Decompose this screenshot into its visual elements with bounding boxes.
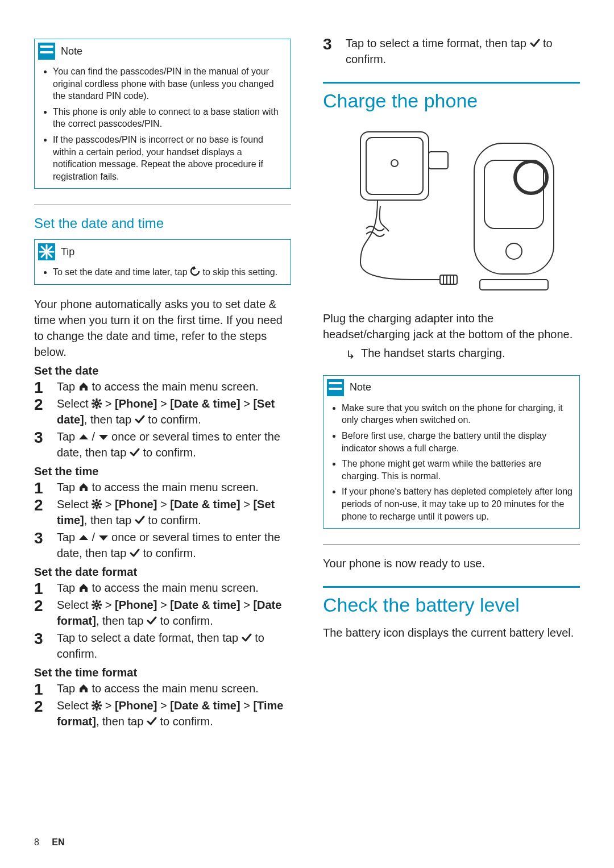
steps-date-format: Tap to access the main menu screen. Sele… [34, 580, 291, 662]
tip-box: Tip To set the date and time later, tap … [34, 239, 291, 285]
check-icon [242, 633, 252, 643]
page-footer: 8 EN [34, 837, 65, 848]
note-item: Before first use, charge the battery unt… [342, 430, 572, 454]
heading-check-battery: Check the battery level [323, 586, 580, 617]
page-number: 8 [34, 837, 39, 847]
intro-paragraph: Your phone automatically asks you to set… [34, 296, 291, 360]
check-icon [147, 616, 157, 626]
check-icon [147, 716, 157, 726]
gear-icon [92, 398, 102, 409]
step: Tap to access the main menu screen. [34, 379, 291, 394]
note-item: You can find the passcodes/PIN in the ma… [53, 65, 284, 102]
step: Tap to access the main menu screen. [34, 580, 291, 596]
result-arrow-icon: ↳ [346, 347, 355, 363]
steps-time-format-cont: Tap to select a time format, then tap to… [323, 35, 580, 67]
note-list: You can find the passcodes/PIN in the ma… [43, 65, 284, 182]
tip-item: To set the date and time later, tap to s… [53, 266, 284, 279]
step: Tap to select a time format, then tap to… [323, 35, 580, 67]
svg-point-21 [515, 161, 547, 193]
group-title: Set the time [34, 465, 291, 478]
note-list: Make sure that you switch on the phone f… [331, 402, 572, 522]
charging-illustration [323, 121, 580, 302]
step: Tap to access the main menu screen. [34, 680, 291, 696]
step: Tap / once or several times to enter the… [34, 529, 291, 561]
gear-icon [92, 600, 102, 610]
note-item: Make sure that you switch on the phone f… [342, 402, 572, 426]
note-item: This phone is only able to connect to a … [53, 106, 284, 130]
home-icon [78, 482, 89, 492]
charge-body: Plug the charging adapter into the heads… [323, 310, 580, 342]
svg-rect-18 [429, 152, 448, 169]
tip-title: Tip [61, 246, 74, 258]
svg-rect-23 [480, 280, 548, 290]
check-icon [530, 38, 540, 48]
note-item: If your phone's battery has depleted com… [342, 485, 572, 522]
check-icon [135, 515, 145, 525]
note-title: Note [61, 45, 82, 57]
note-icon [38, 43, 55, 60]
steps-time-format: Tap to access the main menu screen. Sele… [34, 680, 291, 729]
check-icon [135, 414, 145, 425]
note-box: Note Make sure that you switch on the ph… [323, 375, 580, 529]
gear-icon [92, 700, 102, 711]
back-icon [190, 266, 200, 276]
down-icon [98, 533, 109, 542]
steps-set-date: Tap to access the main menu screen. Sele… [34, 379, 291, 460]
gear-icon [92, 499, 102, 509]
up-icon [78, 533, 89, 542]
note-item: The phone might get warm while the batte… [342, 458, 572, 482]
left-column: Note You can find the passcodes/PIN in t… [34, 34, 291, 734]
page-language: EN [52, 837, 64, 847]
check-icon [130, 447, 140, 458]
divider [323, 545, 580, 545]
heading-charge-the-phone: Charge the phone [323, 82, 580, 113]
tip-icon [38, 243, 55, 260]
group-title: Set the time format [34, 666, 291, 679]
battery-body: The battery icon displays the current ba… [323, 625, 580, 641]
step: Tap to select a date format, then tap to… [34, 630, 291, 662]
step: Select > [Phone] > [Date & time] > [Set … [34, 396, 291, 427]
divider [34, 205, 291, 205]
note-icon [327, 379, 344, 396]
group-title: Set the date format [34, 566, 291, 579]
svg-point-22 [506, 243, 522, 259]
steps-set-time: Tap to access the main menu screen. Sele… [34, 479, 291, 561]
down-icon [98, 433, 109, 442]
home-icon [78, 381, 89, 392]
group-title: Set the date [34, 364, 291, 377]
result-line: ↳ The handset starts charging. [346, 347, 580, 363]
note-item: If the passcodes/PIN is incorrect or no … [53, 134, 284, 182]
step: Select > [Phone] > [Date & time] > [Date… [34, 597, 291, 629]
ready-text: Your phone is now ready to use. [323, 555, 580, 571]
svg-rect-19 [474, 143, 554, 274]
step: Tap to access the main menu screen. [34, 479, 291, 495]
tip-list: To set the date and time later, tap to s… [43, 266, 284, 279]
right-column: Tap to select a time format, then tap to… [323, 34, 580, 734]
check-icon [130, 548, 140, 558]
up-icon [78, 433, 89, 442]
home-icon [78, 583, 89, 593]
note-title: Note [350, 381, 371, 393]
step: Tap / once or several times to enter the… [34, 429, 291, 460]
home-icon [78, 683, 89, 693]
svg-rect-24 [440, 275, 457, 284]
subheading-date-time: Set the date and time [34, 215, 291, 231]
step: Select > [Phone] > [Date & time] > [Time… [34, 697, 291, 729]
note-box: Note You can find the passcodes/PIN in t… [34, 39, 291, 189]
svg-point-17 [391, 160, 398, 167]
step: Select > [Phone] > [Date & time] > [Set … [34, 496, 291, 528]
